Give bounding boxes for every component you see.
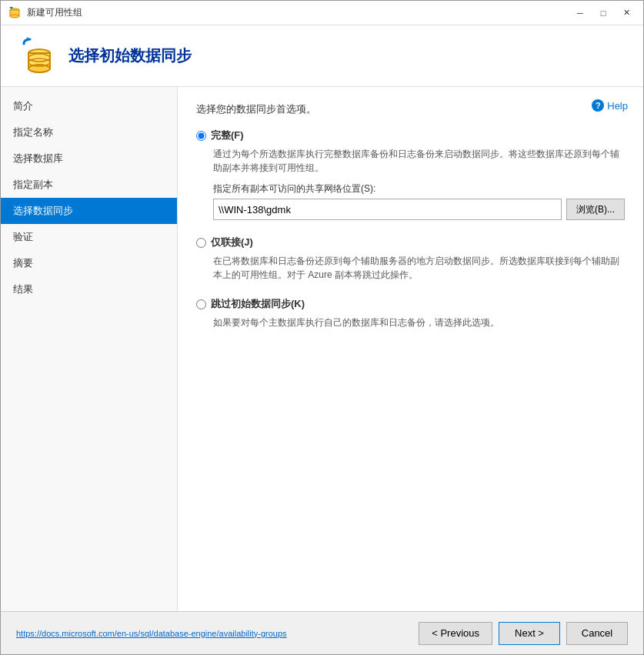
sidebar-item-summary[interactable]: 摘要 <box>1 250 177 276</box>
close-button[interactable]: ✕ <box>616 5 637 22</box>
content-area: 简介 指定名称 选择数据库 指定副本 选择数据同步 验证 摘要 结果 ? Hel… <box>1 87 643 611</box>
title-bar: 新建可用性组 ─ □ ✕ <box>1 1 643 25</box>
option-full-row: 完整(F) <box>196 129 625 142</box>
option-join: 仅联接(J) 在已将数据库和日志备份还原到每个辅助服务器的地方启动数据同步。所选… <box>196 236 625 282</box>
header-db-icon <box>16 36 56 76</box>
title-bar-icon <box>7 5 22 21</box>
network-path-input[interactable] <box>213 199 562 220</box>
option-full: 完整(F) 通过为每个所选数据库执行完整数据库备份和日志备份来启动数据同步。将这… <box>196 129 625 220</box>
option-skip-label[interactable]: 跳过初始数据同步(K) <box>211 297 305 311</box>
sidebar-item-result[interactable]: 结果 <box>1 276 177 302</box>
network-location-label: 指定所有副本可访问的共享网络位置(S): <box>213 182 625 195</box>
help-label: Help <box>607 100 628 112</box>
svg-point-2 <box>10 15 19 18</box>
network-location-row: 浏览(B)... <box>213 199 625 220</box>
option-full-label[interactable]: 完整(F) <box>211 129 244 142</box>
footer-url[interactable]: https://docs.microsoft.com/en-us/sql/dat… <box>16 629 412 638</box>
title-bar-buttons: ─ □ ✕ <box>569 5 637 22</box>
main-window: 新建可用性组 ─ □ ✕ 选择初始数据同步 <box>0 0 644 655</box>
option-full-radio[interactable] <box>196 131 206 141</box>
sidebar-item-replica[interactable]: 指定副本 <box>1 172 177 198</box>
help-link[interactable]: ? Help <box>592 99 628 112</box>
sidebar-item-verify[interactable]: 验证 <box>1 224 177 250</box>
maximize-button[interactable]: □ <box>592 5 614 22</box>
option-join-label[interactable]: 仅联接(J) <box>211 236 253 249</box>
header: 选择初始数据同步 <box>1 25 643 87</box>
sidebar-item-name[interactable]: 指定名称 <box>1 119 177 145</box>
option-skip-radio[interactable] <box>196 299 206 309</box>
window-title: 新建可用性组 <box>27 6 569 19</box>
sidebar-item-database[interactable]: 选择数据库 <box>1 145 177 172</box>
sidebar-item-sync[interactable]: 选择数据同步 <box>1 198 177 224</box>
next-button[interactable]: Next > <box>499 622 560 645</box>
option-full-desc: 通过为每个所选数据库执行完整数据库备份和日志备份来启动数据同步。将这些数据库还原… <box>213 147 625 175</box>
option-skip-row: 跳过初始数据同步(K) <box>196 297 625 311</box>
option-join-row: 仅联接(J) <box>196 236 625 249</box>
help-icon: ? <box>592 99 604 112</box>
footer: https://docs.microsoft.com/en-us/sql/dat… <box>1 611 643 654</box>
option-join-radio[interactable] <box>196 238 206 248</box>
main-panel: ? Help 选择您的数据同步首选项。 完整(F) 通过为每个所选数据库执行完整… <box>178 87 643 611</box>
page-title: 选择初始数据同步 <box>68 45 192 66</box>
cancel-button[interactable]: Cancel <box>566 622 628 645</box>
previous-button[interactable]: < Previous <box>419 622 492 645</box>
sidebar-item-intro[interactable]: 简介 <box>1 93 177 119</box>
browse-button[interactable]: 浏览(B)... <box>566 199 625 220</box>
section-description: 选择您的数据同步首选项。 <box>196 102 625 116</box>
option-skip-desc: 如果要对每个主数据库执行自己的数据库和日志备份，请选择此选项。 <box>213 316 625 329</box>
minimize-button[interactable]: ─ <box>569 5 591 22</box>
sidebar: 简介 指定名称 选择数据库 指定副本 选择数据同步 验证 摘要 结果 <box>1 87 178 611</box>
option-join-desc: 在已将数据库和日志备份还原到每个辅助服务器的地方启动数据同步。所选数据库联接到每… <box>213 254 625 282</box>
option-skip: 跳过初始数据同步(K) 如果要对每个主数据库执行自己的数据库和日志备份，请选择此… <box>196 297 625 329</box>
